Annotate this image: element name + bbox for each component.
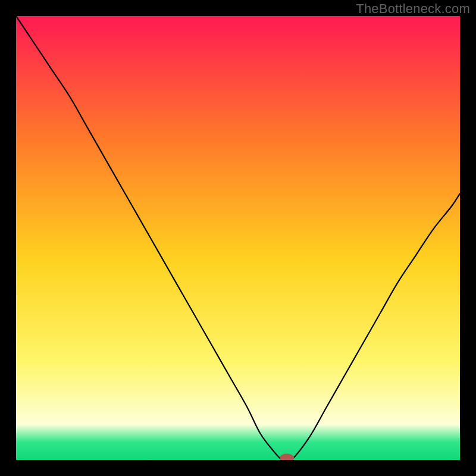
gradient-background [16, 16, 460, 460]
chart-frame: TheBottleneck.com [0, 0, 476, 476]
plot-area [16, 16, 460, 460]
plot-svg [16, 16, 460, 460]
attribution-label: TheBottleneck.com [356, 1, 470, 17]
